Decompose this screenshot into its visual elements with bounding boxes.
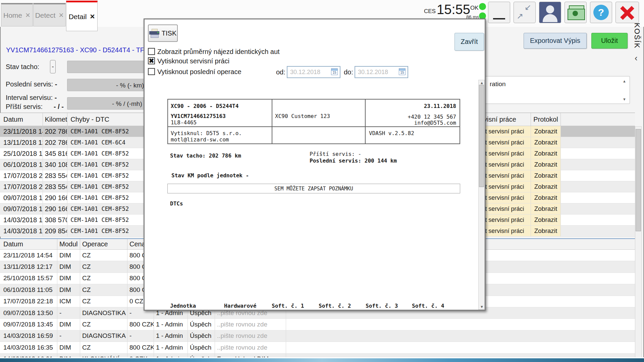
preview-note-field[interactable]: SEM MŮŽETE ZAPSAT POZNÁMKU <box>167 184 460 193</box>
dtc-table-row[interactable]: 06/10/2018 11:03 340 108 CEM-1A01 CEM-8F… <box>0 159 144 170</box>
show-protocol-link[interactable]: Zobrazit <box>531 126 561 137</box>
preview-scroll-down-icon[interactable]: ▼ <box>480 305 484 309</box>
ops-table-row[interactable]: 09/07/2018 13:45 DIM CZ 800 CZK 1 - Admi… <box>0 319 635 330</box>
checkbox-average-mileage[interactable] <box>148 48 155 55</box>
date-from-calendar-icon[interactable]: 15 <box>331 68 338 75</box>
dtc-cell-datum: 13/11/2018 12:12 <box>0 137 43 148</box>
preview-scroll-up-icon[interactable]: ▲ <box>480 81 484 85</box>
date-to-calendar-icon[interactable]: 15 <box>399 68 406 75</box>
print-button[interactable]: TISK <box>148 24 178 42</box>
show-protocol-link[interactable]: Zobrazit <box>531 148 561 159</box>
tab-home-close-icon[interactable]: ✕ <box>25 11 31 19</box>
tab-detect[interactable]: Detect ✕ <box>33 3 66 26</box>
export-report-button[interactable]: Exportovat Výpis <box>524 33 587 49</box>
report-box-row-divider <box>168 126 460 127</box>
show-protocol-link[interactable]: Zobrazit <box>531 192 561 203</box>
ops-cell-status: Úspěch <box>188 330 215 342</box>
save-button[interactable]: Uložit <box>591 33 628 49</box>
last-service-value: - <box>55 80 57 88</box>
ops-col-modul[interactable]: Modul <box>57 239 80 249</box>
dtc-table-row[interactable]: 09/07/2018 13:49 290 166 CEM-1A01 CEM-8F… <box>0 192 144 203</box>
ops-table-row[interactable]: 14/03/2018 16:59 - DIAGNOSTIKA - 1 - Adm… <box>0 330 635 342</box>
main-scrollbar-thumb[interactable] <box>636 129 641 231</box>
tab-detail-close-icon[interactable]: ✕ <box>90 13 95 20</box>
dtc-right-spacer-cell <box>561 226 635 236</box>
dtc-table-header: Datum Kilometry Chyby - DTC <box>0 113 144 126</box>
help-button[interactable]: ? <box>590 2 612 23</box>
units-header-soft3: Soft. č. 3 <box>366 303 398 309</box>
dtc-table-row[interactable]: 14/03/2018 16:45 308 570 CEM-1A01 CEM-8F… <box>0 215 144 226</box>
main-vertical-scrollbar[interactable] <box>635 126 642 358</box>
cart-panel-label[interactable]: KOŠÍK <box>633 23 641 49</box>
checkbox-print-last-operations[interactable] <box>148 68 155 75</box>
dtc-col-chyby[interactable]: Chyby - DTC <box>67 113 144 126</box>
ops-cell-operace: CZ <box>80 284 127 295</box>
vehicle-link[interactable]: YV1CM714661275163 - XC90 - D5244T4 - TF-… <box>6 46 144 54</box>
tab-detect-close-icon[interactable]: ✕ <box>58 11 64 19</box>
report-phone: +420 12 345 567 <box>408 114 457 120</box>
last-service-label: Poslední servis: - <box>6 80 57 88</box>
dtc-table-row[interactable]: 23/11/2018 14:53 202 786 CEM-1A01 CEM-8F… <box>0 126 144 137</box>
minimize-button[interactable] <box>488 2 510 23</box>
ops-cell-status: Úspěch <box>188 319 215 330</box>
ops-cell-note[interactable]: ..pište rovnou zde <box>215 330 286 342</box>
restore-button[interactable]: ↙ ↗ <box>514 2 536 23</box>
dtc-table-row[interactable]: 25/10/2018 15:52 345 816 CEM-1A01 CEM-8F… <box>0 148 144 159</box>
preview-scrollbar-thumb[interactable] <box>479 85 484 187</box>
checkbox-print-service-work[interactable]: ✖ <box>148 57 155 64</box>
show-protocol-link[interactable]: Zobrazit <box>531 226 561 236</box>
dtc-table: Datum Kilometry Chyby - DTC 23/11/2018 1… <box>0 113 144 237</box>
tab-detail[interactable]: Detail ✕ <box>66 1 98 31</box>
ops-table-row[interactable]: 14/03/2018 16:35 DIM CZ 800 CZK 1 - Admi… <box>0 342 635 353</box>
textbox-scroll-down-icon[interactable]: ▼ <box>623 97 626 101</box>
restore-icon-2: ↗ <box>517 11 523 21</box>
preview-scrollbar[interactable]: ▲ ▼ <box>478 80 485 310</box>
dtc-table-row[interactable]: 14/03/2018 16:34 209 854 CEM-1A01 CEM-8F… <box>0 226 144 237</box>
dtc-col-protokol[interactable]: Protokol <box>531 113 561 126</box>
billing-button[interactable] <box>565 2 587 23</box>
checkbox-print-last-operations-label: Vytisknout poslední operace <box>157 68 241 76</box>
show-protocol-link[interactable]: Zobrazit <box>531 181 561 192</box>
preview-km-units: Stav KM podle jednotek - <box>171 172 249 179</box>
units-header-jednotka: Jednotka <box>170 303 196 309</box>
ops-cell-modul: - <box>57 330 80 342</box>
status-ok-label: OK <box>470 5 479 11</box>
dtc-right-spacer-cell <box>561 137 635 148</box>
ops-cell-note[interactable]: ..pište rovnou zde <box>215 319 286 330</box>
ops-col-operace[interactable]: Operace <box>80 239 127 249</box>
print-dialog: TISK Zavřít Zobrazit průměrný nájezd ide… <box>144 18 486 311</box>
dtc-col-km[interactable]: Kilometry <box>43 113 68 126</box>
ops-cell-note[interactable]: ..pište rovnou zde <box>215 342 286 353</box>
show-protocol-link[interactable]: Zobrazit <box>531 159 561 170</box>
show-protocol-link[interactable]: Zobrazit <box>531 203 561 214</box>
dtc-cell-datum: 09/07/2018 13:49 <box>0 192 43 203</box>
ops-cell-user: 1 - Admin <box>154 342 188 353</box>
next-service-value: - / - <box>54 103 64 111</box>
show-protocol-link[interactable]: Zobrazit <box>531 170 561 181</box>
dtc-cell-datum: 14/03/2018 16:45 <box>0 215 43 225</box>
show-protocol-link[interactable]: Zobrazit <box>531 137 561 148</box>
ops-col-datum[interactable]: Datum <box>0 239 57 249</box>
dtc-table-row[interactable]: 17/07/2018 20:38 283 554 CEM-1A01 CEM-8F… <box>0 181 144 192</box>
close-dialog-button[interactable]: Zavřít <box>454 33 484 51</box>
ops-cell-operace: DIAGNOSTIKA <box>80 307 127 318</box>
dtc-table-row[interactable]: 09/07/2018 13:42 290 166 CEM-1A01 CEM-8F… <box>0 203 144 215</box>
tab-home[interactable]: Home ✕ <box>1 3 33 26</box>
textbox-scroll-up-icon[interactable]: ▲ <box>623 79 626 83</box>
dtc-table-row[interactable]: 17/07/2018 20:40 283 554 CEM-1A01 CEM-8F… <box>0 170 144 181</box>
cart-collapse-chevron-icon[interactable]: ‹ <box>635 53 638 63</box>
close-app-button[interactable] <box>615 2 639 23</box>
dtc-cell-km: 345 816 <box>43 148 68 159</box>
ops-cell-cena: 800 CZK <box>127 319 154 330</box>
dtc-col-datum[interactable]: Datum <box>0 113 43 126</box>
user-profile-button[interactable] <box>539 2 561 23</box>
ops-cell-operace: CZ <box>80 342 127 353</box>
dtc-right-spacer-cell <box>561 170 635 181</box>
dtc-table-row[interactable]: 13/11/2018 12:12 202 786 CEM-1A01 CEM-6C… <box>0 137 144 148</box>
dtc-right-spacer-cell <box>561 215 635 225</box>
ops-cell-datum: 06/10/2018 11:05 <box>0 284 57 295</box>
report-box-divider-2 <box>365 100 366 143</box>
tacho-minus-button[interactable]: - <box>50 60 56 73</box>
show-protocol-link[interactable]: Zobrazit <box>531 215 561 225</box>
dtc-cell-km: 290 166 <box>43 192 68 203</box>
